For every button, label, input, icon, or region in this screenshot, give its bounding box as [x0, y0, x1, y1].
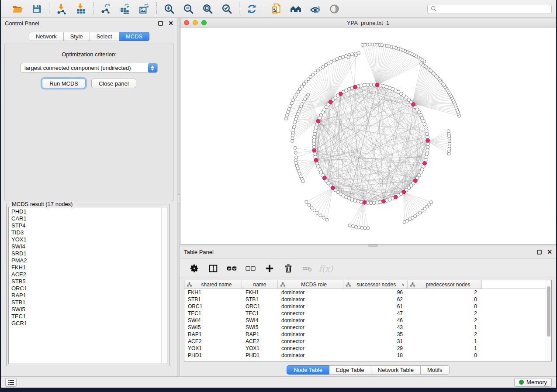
- search-input[interactable]: [439, 6, 548, 12]
- search-box[interactable]: [427, 4, 552, 14]
- network-node[interactable]: [360, 226, 363, 229]
- network-hub-node[interactable]: [402, 190, 406, 194]
- export-table-button[interactable]: [118, 2, 131, 15]
- list-item[interactable]: FKH1: [11, 264, 161, 271]
- list-item[interactable]: STB1: [11, 299, 161, 306]
- list-item[interactable]: PHD1: [11, 208, 161, 215]
- scrollbar-thumb[interactable]: [547, 286, 550, 337]
- network-hub-node[interactable]: [353, 85, 357, 89]
- network-node[interactable]: [357, 226, 360, 229]
- network-hub-node[interactable]: [329, 100, 332, 104]
- network-canvas[interactable]: [180, 28, 556, 244]
- network-node[interactable]: [291, 139, 294, 142]
- delete-column-button[interactable]: [283, 263, 294, 274]
- network-node[interactable]: [426, 145, 429, 149]
- network-hub-node[interactable]: [312, 148, 316, 152]
- first-neighbors-button[interactable]: [289, 2, 302, 15]
- network-node[interactable]: [360, 84, 363, 87]
- network-node[interactable]: [287, 108, 291, 111]
- select-all-button[interactable]: [226, 263, 238, 274]
- list-item[interactable]: PMA2: [11, 257, 161, 264]
- network-node[interactable]: [287, 111, 290, 114]
- network-node[interactable]: [312, 135, 316, 139]
- close-panel-icon[interactable]: ✕: [168, 21, 173, 26]
- network-node[interactable]: [354, 225, 357, 228]
- column-header-MCDS-role[interactable]: MCDS role: [278, 280, 343, 289]
- network-window-titlebar[interactable]: YPA_prune.txt_1: [180, 18, 556, 28]
- network-node[interactable]: [339, 56, 342, 59]
- show-graphics-details-button[interactable]: [328, 2, 341, 15]
- tab-mcds[interactable]: MCDS: [119, 32, 149, 41]
- column-header-successor-nodes[interactable]: successor nodes∨: [343, 280, 408, 289]
- tab-edge-table[interactable]: Edge Table: [329, 365, 371, 375]
- export-image-button[interactable]: [138, 2, 151, 15]
- network-node[interactable]: [425, 129, 428, 132]
- network-node[interactable]: [308, 203, 311, 206]
- zoom-fit-button[interactable]: [201, 2, 214, 15]
- network-hub-node[interactable]: [314, 158, 318, 162]
- table-settings-button[interactable]: [189, 263, 200, 274]
- list-item[interactable]: STB5: [11, 278, 161, 285]
- import-network-button[interactable]: [55, 2, 68, 15]
- zoom-in-button[interactable]: [163, 2, 176, 15]
- network-hub-node[interactable]: [426, 138, 430, 142]
- network-canvas-container[interactable]: [180, 28, 556, 244]
- new-network-from-selection-button[interactable]: [270, 2, 283, 15]
- minimize-window-icon[interactable]: [193, 20, 198, 25]
- network-node[interactable]: [361, 43, 364, 46]
- network-node[interactable]: [423, 123, 426, 126]
- list-item[interactable]: TEC1: [11, 313, 161, 320]
- network-node[interactable]: [348, 224, 351, 227]
- save-session-button[interactable]: [30, 2, 43, 15]
- network-node[interactable]: [319, 214, 322, 217]
- network-node[interactable]: [310, 206, 313, 209]
- network-node[interactable]: [313, 209, 316, 212]
- memory-button[interactable]: Memory: [514, 378, 552, 387]
- tab-select[interactable]: Select: [90, 32, 119, 41]
- network-hub-node[interactable]: [423, 162, 427, 165]
- function-builder-button[interactable]: f(x): [320, 263, 332, 274]
- network-node[interactable]: [290, 102, 293, 105]
- network-hub-node[interactable]: [382, 199, 386, 203]
- network-hub-node[interactable]: [331, 186, 335, 190]
- network-node[interactable]: [426, 152, 429, 155]
- tab-motifs[interactable]: Motifs: [421, 365, 450, 375]
- network-hub-node[interactable]: [339, 92, 343, 96]
- show-column-button[interactable]: [208, 263, 219, 274]
- network-node[interactable]: [294, 151, 297, 154]
- network-node[interactable]: [419, 62, 422, 65]
- network-hub-node[interactable]: [375, 83, 379, 87]
- network-node[interactable]: [367, 227, 370, 230]
- table-row[interactable]: SWI4SWI4dominator462: [184, 317, 551, 324]
- run-mcds-button[interactable]: Run MCDS: [42, 79, 86, 88]
- network-hub-node[interactable]: [394, 195, 398, 199]
- column-header-name[interactable]: name: [242, 280, 278, 289]
- optimization-criterion-select[interactable]: largest connected component (undirected): [21, 63, 158, 73]
- network-node[interactable]: [351, 225, 354, 228]
- table-row[interactable]: SWI5SWI5connector431: [184, 324, 551, 331]
- maximize-window-icon[interactable]: [201, 20, 207, 25]
- hide-selected-button[interactable]: [308, 2, 322, 15]
- create-column-button[interactable]: [264, 263, 275, 274]
- list-item[interactable]: SWI4: [11, 243, 161, 250]
- list-item[interactable]: SRD1: [11, 250, 161, 257]
- network-node[interactable]: [295, 93, 298, 96]
- tab-network[interactable]: Network: [29, 32, 64, 41]
- network-node[interactable]: [292, 99, 295, 102]
- network-node[interactable]: [426, 132, 429, 136]
- float-panel-icon[interactable]: [537, 250, 542, 254]
- network-node[interactable]: [315, 126, 318, 129]
- network-node[interactable]: [312, 139, 316, 142]
- network-node[interactable]: [284, 117, 287, 120]
- table-row[interactable]: YOX1YOX1connector291: [184, 345, 551, 352]
- export-network-button[interactable]: [99, 2, 112, 15]
- network-node[interactable]: [313, 132, 316, 136]
- table-row[interactable]: FKH1FKH1dominator962: [184, 289, 551, 296]
- delete-table-button[interactable]: [301, 263, 313, 274]
- close-panel-icon[interactable]: ✕: [547, 250, 552, 254]
- network-node[interactable]: [425, 155, 428, 159]
- column-header-shared-name[interactable]: shared name: [184, 280, 242, 289]
- tab-network-table[interactable]: Network Table: [371, 365, 421, 375]
- network-node[interactable]: [430, 201, 433, 204]
- network-node[interactable]: [294, 146, 297, 149]
